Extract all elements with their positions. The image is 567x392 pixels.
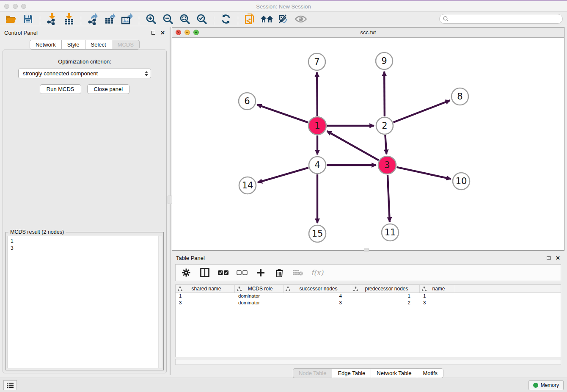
edge-1-7[interactable]	[317, 72, 317, 116]
search-box[interactable]	[439, 14, 563, 24]
tab-mcds[interactable]: MCDS	[112, 40, 140, 50]
cell-name[interactable]: 1	[420, 293, 455, 300]
edge-4-14[interactable]	[258, 168, 308, 182]
import-network-icon[interactable]	[45, 13, 59, 25]
column-header-shared-name[interactable]: shared name	[176, 285, 235, 293]
graph-node-1[interactable]: 1	[308, 117, 326, 135]
close-table-panel-icon[interactable]: ✕	[556, 255, 560, 261]
table-panel-title: Table Panel	[176, 255, 547, 261]
network-view-window: × − + scc.txt 7968124314101511	[172, 27, 564, 251]
edge-2-8[interactable]	[394, 100, 450, 122]
result-scrollbar[interactable]	[158, 236, 162, 368]
delete-column-icon[interactable]	[274, 267, 285, 278]
float-panel-icon[interactable]	[151, 31, 155, 35]
graph-node-7[interactable]: 7	[308, 53, 325, 70]
first-neighbors-icon[interactable]	[260, 13, 274, 25]
column-header-successor-nodes[interactable]: successor nodes	[284, 285, 351, 293]
network-close-button[interactable]: ×	[176, 30, 181, 35]
show-graphics-icon[interactable]	[294, 13, 308, 25]
cell-MCDS-role[interactable]: dominator	[235, 300, 284, 306]
import-table-icon[interactable]	[62, 13, 76, 25]
table-row[interactable]: 1dominator411	[176, 293, 561, 300]
main-toolbar	[0, 12, 567, 26]
table-header-row: shared nameMCDS rolesuccessor nodesprede…	[176, 285, 561, 293]
cell-predecessor-nodes[interactable]: 2	[351, 300, 420, 306]
table-row[interactable]: 3dominator323	[176, 300, 561, 306]
graph-node-3[interactable]: 3	[378, 156, 396, 174]
zoom-fit-icon[interactable]	[178, 13, 192, 25]
close-panel-icon[interactable]: ✕	[160, 30, 165, 36]
tab-select[interactable]: Select	[85, 40, 112, 50]
mcds-result-text[interactable]: 1 3	[8, 236, 162, 368]
session-title: Session: New Session	[0, 3, 567, 10]
network-canvas[interactable]: 7968124314101511	[172, 38, 564, 250]
edge-3-10[interactable]	[396, 167, 451, 179]
hide-labels-icon[interactable]	[277, 13, 291, 25]
svg-text:11: 11	[385, 227, 396, 237]
column-header-name[interactable]: name	[420, 285, 455, 293]
edge-2-3[interactable]	[385, 135, 386, 154]
open-session-icon[interactable]	[4, 13, 18, 25]
run-mcds-button[interactable]: Run MCDS	[40, 84, 81, 94]
graph-node-15[interactable]: 15	[309, 225, 326, 242]
float-table-panel-icon[interactable]	[547, 256, 550, 260]
network-minimize-button[interactable]: −	[184, 30, 190, 35]
refresh-layout-icon[interactable]	[219, 13, 233, 25]
table-tab-edge-table[interactable]: Edge Table	[332, 368, 371, 378]
network-zoom-button[interactable]: +	[193, 30, 199, 35]
delete-table-icon[interactable]	[292, 267, 303, 278]
zoom-in-icon[interactable]	[144, 13, 158, 25]
zoom-out-icon[interactable]	[161, 13, 175, 25]
edge-3-1[interactable]	[327, 131, 379, 160]
table-tab-node-table[interactable]: Node Table	[293, 368, 332, 378]
add-column-icon[interactable]	[255, 267, 266, 278]
tab-style[interactable]: Style	[61, 40, 85, 50]
function-builder-icon[interactable]: f(x)	[311, 268, 323, 277]
network-window-titlebar[interactable]: × − + scc.txt	[172, 28, 564, 38]
memory-button[interactable]: Memory	[528, 380, 564, 390]
edge-1-6[interactable]	[257, 105, 308, 122]
table-tab-network-table[interactable]: Network Table	[371, 368, 417, 378]
horizontal-splitter-grip[interactable]	[364, 248, 369, 251]
graph-node-14[interactable]: 14	[239, 177, 256, 194]
table-tab-motifs[interactable]: Motifs	[417, 368, 443, 378]
criterion-select[interactable]: strongly connected component	[18, 69, 151, 78]
cell-predecessor-nodes[interactable]: 1	[351, 293, 420, 300]
save-session-icon[interactable]	[21, 13, 35, 25]
graph-node-11[interactable]: 11	[382, 224, 399, 241]
cell-successor-nodes[interactable]: 3	[284, 300, 351, 306]
export-image-icon[interactable]	[120, 13, 134, 25]
show-columns-icon[interactable]	[199, 267, 210, 278]
graph-node-2[interactable]: 2	[376, 117, 393, 134]
table-settings-gear-icon[interactable]	[181, 267, 192, 278]
table-horizontal-scrollbar[interactable]	[175, 359, 561, 365]
zoom-selected-icon[interactable]	[195, 13, 209, 25]
export-network-icon[interactable]	[86, 13, 100, 25]
graph-node-9[interactable]: 9	[376, 52, 393, 69]
cell-MCDS-role[interactable]: dominator	[235, 293, 284, 300]
graph-node-4[interactable]: 4	[309, 157, 326, 174]
cell-shared-name[interactable]: 3	[176, 300, 235, 306]
column-header-MCDS-role[interactable]: MCDS role	[235, 285, 284, 293]
svg-text:9: 9	[381, 56, 387, 66]
graph-node-8[interactable]: 8	[451, 88, 468, 105]
close-panel-button[interactable]: Close panel	[87, 84, 130, 94]
graph-node-6[interactable]: 6	[239, 93, 256, 110]
task-history-button[interactable]	[3, 380, 17, 390]
edge-3-11[interactable]	[388, 175, 390, 222]
select-all-rows-icon[interactable]	[218, 267, 229, 278]
criterion-value: strongly connected component	[23, 70, 145, 77]
clone-network-icon[interactable]	[243, 13, 257, 25]
column-header-predecessor-nodes[interactable]: predecessor nodes	[351, 285, 420, 293]
tab-network[interactable]: Network	[30, 40, 61, 50]
edge-2-9[interactable]	[384, 72, 385, 116]
export-table-icon[interactable]	[103, 13, 117, 25]
deselect-all-rows-icon[interactable]	[237, 267, 248, 278]
table-toolbar: f(x)	[175, 264, 561, 281]
table-tabs: Node TableEdge TableNetwork TableMotifs	[293, 368, 443, 378]
cell-name[interactable]: 3	[420, 300, 455, 306]
search-input[interactable]	[451, 16, 559, 22]
cell-shared-name[interactable]: 1	[176, 293, 235, 300]
cell-successor-nodes[interactable]: 4	[284, 293, 351, 300]
graph-node-10[interactable]: 10	[453, 173, 470, 190]
